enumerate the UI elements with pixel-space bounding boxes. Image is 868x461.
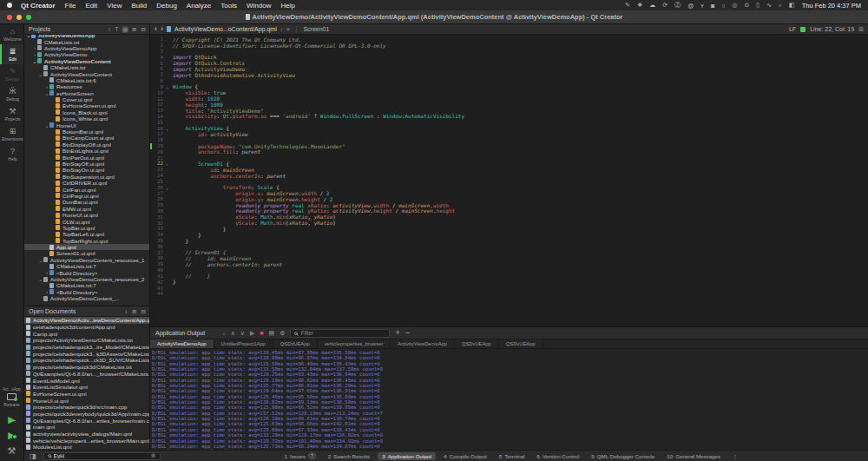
code-line-32[interactable]: 32 yScale: Math.min(xRatio, yRatio) — [150, 220, 868, 226]
code-line-17[interactable]: 17 id: activityView — [150, 131, 868, 137]
tree-item-activityviewdemoapp[interactable]: ›ActivityViewDemoApp — [24, 45, 149, 51]
zoom-window-button[interactable] — [26, 15, 31, 20]
locator-search-box[interactable]: ⊗ — [43, 452, 161, 460]
tree-item-btnsuspension-ui-qml[interactable]: BtnSuspension.ui.qml — [24, 174, 149, 180]
open-document-item[interactable]: Qt/Examples/Qt-6.8.0/an...erties_browser… — [24, 417, 149, 424]
open-document-item[interactable]: projects/celshaderquick...ck3D_SUV/CMake… — [24, 357, 149, 364]
open-document-item[interactable]: projects/ActivityViewDemo/CMakeLists.txt — [24, 337, 149, 344]
tree-item-cmakelists-txt-6[interactable]: CMakeLists.txt:6 — [24, 77, 149, 83]
open-document-item[interactable]: projects/celshaderquick3d/src/main.cpp — [24, 404, 149, 411]
open-document-item[interactable]: EventListSimulator.qml — [24, 384, 149, 391]
open-document-item[interactable]: projects/celshaderquick3...k3DAssets/CMa… — [24, 350, 149, 357]
line-ending-indicator[interactable]: LF — [789, 26, 796, 32]
code-line-4[interactable]: 4import QtQuick — [150, 54, 868, 60]
output-filter-input[interactable] — [300, 330, 385, 336]
fold-icon[interactable]: ⌄ — [163, 161, 171, 166]
code-line-22[interactable]: 22⌄ Screen01 { — [150, 161, 868, 167]
pane-tab-compile-output[interactable]: 4Compile Output — [439, 452, 490, 460]
pane-tab-search-results[interactable]: 2Search Results — [324, 452, 374, 460]
menu-item-file[interactable]: File — [65, 2, 76, 10]
code-line-8[interactable]: 8 — [150, 78, 868, 84]
shield-icon[interactable]: ◙ — [711, 3, 714, 9]
tree-item-ctrlfan-ui-qml[interactable]: CtrlFan.ui.qml — [24, 186, 149, 192]
nav-back-icon[interactable]: ‹ — [155, 25, 157, 33]
kit-selector-button[interactable] — [7, 393, 16, 400]
tree-item-icons-black-ui-qml[interactable]: Icons_Black.ui.qml — [24, 109, 149, 115]
battery-icon[interactable]: ▯ — [756, 2, 760, 9]
tree-item-homeui-ui-qml[interactable]: HomeUI.ui.qml — [24, 212, 149, 218]
code-line-15[interactable]: 15 — [150, 119, 868, 125]
open-document-item[interactable]: Camp.qml — [24, 330, 149, 337]
tree-item-btncampcourt-ui-qml[interactable]: BtnCampCourt.ui.qml — [24, 135, 149, 141]
split-icon[interactable]: ⊞ — [131, 26, 137, 33]
code-line-35[interactable]: 35 } — [150, 238, 868, 244]
tree-item-resources[interactable]: ›Resources — [24, 83, 149, 89]
code-line-20[interactable]: 20 anchors.fill: parent — [150, 148, 868, 155]
fold-icon[interactable]: ⌄ — [163, 126, 171, 131]
split-editor-icon[interactable]: ⊞ — [858, 26, 864, 33]
circle-icon[interactable]: ○ — [721, 3, 725, 9]
tree-item-activityviewdemocontent[interactable]: ⌄ActivityViewDemoContent — [24, 70, 149, 76]
open-document-item[interactable]: projects/celshaderquick3d/CMakeLists.txt — [24, 364, 149, 371]
fold-icon[interactable]: ⌄ — [163, 84, 171, 89]
file-dropdown-arrows-icon[interactable]: ↕ — [280, 27, 283, 32]
symbol-dropdown[interactable]: Screen01 — [303, 26, 329, 32]
code-area[interactable]: 1// Copyright (C) 2021 The Qt Company Lt… — [150, 35, 868, 326]
locator-input[interactable] — [54, 453, 148, 459]
nav-forward-icon[interactable]: › — [161, 25, 163, 33]
tree-item-cmakelists-txt-7[interactable]: CMakeLists.txt:7 — [24, 263, 149, 269]
control-center-icon[interactable]: ◧ — [789, 2, 795, 9]
code-line-36[interactable]: 36 — [150, 243, 868, 249]
stop-icon[interactable]: ■ — [260, 330, 263, 336]
output-tab-activityviewdemoapp[interactable]: ActivityViewDemoApp — [150, 339, 214, 348]
sync-icon[interactable]: ⟳ — [662, 2, 667, 9]
tree-item-topbarright-ui-qml[interactable]: TopBarRight.ui.qml — [24, 238, 149, 244]
run-button[interactable]: ▶ — [8, 414, 15, 425]
code-line-21[interactable]: 21 — [150, 155, 868, 161]
tree-item-evhomescreen-ui-qml[interactable]: EvHomeScreen.ui.qml — [24, 102, 149, 109]
tree-item-build-directory[interactable]: ›<Build Directory> — [24, 289, 149, 295]
menu-item-help[interactable]: Help — [280, 2, 294, 10]
cloud-icon[interactable]: ☁ — [649, 2, 655, 9]
apple-menu-icon[interactable] — [7, 3, 12, 8]
previous-item-icon[interactable]: ∧ — [231, 330, 235, 337]
menu-item-edit[interactable]: Edit — [85, 2, 97, 10]
tree-item-emw-ui-qml[interactable]: EMW.ui.qml — [24, 206, 149, 212]
open-document-item[interactable]: main.qml — [24, 424, 149, 431]
mode-projects[interactable]: ⚒Projects — [0, 104, 23, 124]
tree-item-btnstayoff-ui-qml[interactable]: BtnStayOff.ui.qml — [24, 161, 149, 167]
output-tab-qsdvueapp[interactable]: QSDvUEApp — [273, 339, 318, 348]
tree-item-ctrlpwgr-ui-qml[interactable]: CtrlPwgr.ui.qml — [24, 193, 149, 199]
output-tab-qsdvueapp[interactable]: QSDvUEApp — [455, 339, 499, 348]
tree-item-screen01-ui-qml[interactable]: Screen01.ui.qml — [24, 250, 149, 256]
code-line-11[interactable]: 11 width: 1920 — [150, 95, 868, 102]
tree-item-activityviewdemocontent[interactable]: ⌄ActivityViewDemoContent — [24, 58, 149, 64]
close-panel-icon[interactable]: ⊟ — [141, 308, 147, 315]
pane-tab-qml-debugger-console[interactable]: 9QML Debugger Console — [587, 452, 659, 460]
record-icon[interactable]: ◎ — [732, 2, 737, 9]
open-document-item[interactable]: EvHomeScreen.ui.qml — [24, 391, 149, 398]
code-line-5[interactable]: 5import QtQuick.Controls — [150, 60, 868, 66]
pane-tab-terminal[interactable]: 5Terminal — [495, 452, 529, 460]
open-document-item[interactable]: Qt/Examples/Qt-6.8.0/an..._browser/CMake… — [24, 371, 149, 378]
mode-welcome[interactable]: ⌂Welcome — [0, 24, 23, 44]
tree-item-activityviewdemocontent-resources-2[interactable]: ⌄ActivityViewDemoContent_resources_2 — [24, 276, 149, 282]
code-line-24[interactable]: 24 anchors.centerIn: parent — [150, 173, 868, 179]
split-icon[interactable]: ⊞ — [131, 308, 137, 315]
menu-item-analyze[interactable]: Analyze — [187, 2, 211, 10]
menu-item-debug[interactable]: Debug — [156, 2, 177, 10]
spotlight-icon[interactable]: ⌕ — [779, 2, 782, 9]
tree-item-app-qml[interactable]: App.qml — [24, 244, 149, 250]
tree-item-homeui[interactable]: ⌄HomeUI — [24, 122, 149, 128]
open-document-item[interactable]: projects/quick3deverybody/quick3d/App/ma… — [24, 411, 149, 418]
close-panel-icon[interactable]: ⊟ — [141, 26, 147, 33]
output-tab-activityviewdemoapp[interactable]: ActivityViewDemoApp — [391, 339, 455, 348]
open-document-item[interactable]: projects/celshaderquick3...ire_Model/CMa… — [24, 344, 149, 351]
code-line-16[interactable]: 16⌄ ActivityView { — [150, 125, 868, 131]
mode-edit[interactable]: ≣Edit — [0, 44, 23, 64]
sidebar-toggle-icon[interactable]: ◨ — [30, 452, 36, 460]
tree-item-bottombar-ui-qml[interactable]: BottomBar.ui.qml — [24, 128, 149, 135]
code-line-7[interactable]: 7import QtAndroidAutomotive.ActivityView — [150, 72, 868, 78]
output-tab-qsdvueapp[interactable]: QSDvUEApp — [499, 339, 543, 348]
open-document-item[interactable]: activityview/activityview_dialogs/Main.q… — [24, 431, 149, 438]
